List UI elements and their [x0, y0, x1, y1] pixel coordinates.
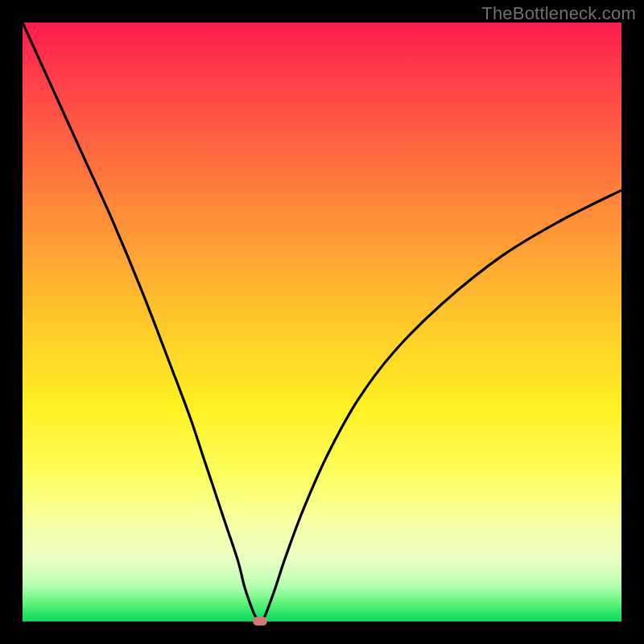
bottleneck-curve: [23, 23, 621, 621]
plot-area: [23, 23, 621, 621]
watermark-text: TheBottleneck.com: [481, 3, 636, 24]
curve-path: [23, 23, 621, 621]
chart-frame: TheBottleneck.com: [0, 0, 644, 644]
minimum-marker: [253, 617, 267, 625]
